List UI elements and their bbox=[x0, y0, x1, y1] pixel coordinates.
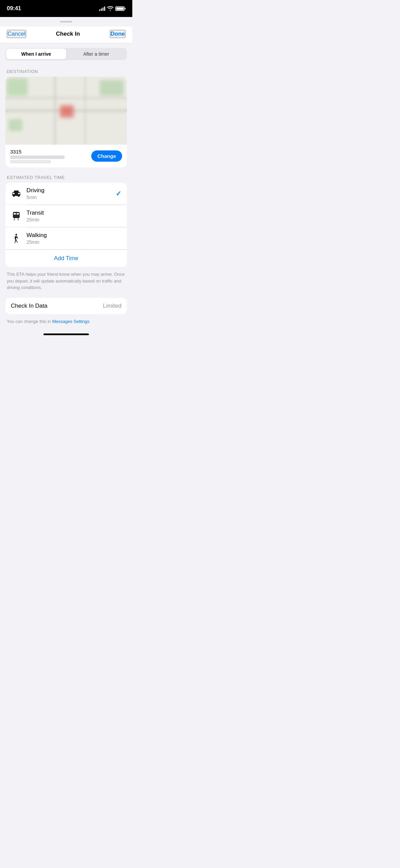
home-bar bbox=[43, 333, 89, 335]
messages-settings-text: You can change this in Messages Settings bbox=[0, 318, 132, 331]
home-indicator bbox=[0, 331, 132, 339]
transit-info: Transit 25min bbox=[26, 210, 121, 222]
address-number: 3315 bbox=[10, 149, 64, 155]
svg-rect-4 bbox=[18, 193, 20, 194]
address-street-blur-2 bbox=[10, 160, 51, 163]
status-bar: 09:41 bbox=[0, 0, 132, 17]
svg-point-2 bbox=[18, 195, 20, 197]
driving-checkmark: ✓ bbox=[116, 189, 121, 198]
driving-icon bbox=[11, 188, 22, 199]
travel-time-label: ESTIMATED TRAVEL TIME bbox=[5, 175, 127, 180]
segment-after-timer[interactable]: After a timer bbox=[66, 49, 126, 59]
messages-settings-link[interactable]: Messages Settings bbox=[52, 319, 90, 324]
change-button[interactable]: Change bbox=[91, 150, 122, 162]
svg-line-15 bbox=[16, 240, 17, 242]
segment-when-arrive[interactable]: When I arrive bbox=[6, 49, 66, 59]
battery-icon bbox=[115, 6, 126, 11]
svg-line-14 bbox=[15, 240, 16, 243]
walking-row[interactable]: Walking 25min bbox=[5, 228, 127, 250]
eta-description: This ETA helps your friend know when you… bbox=[0, 267, 132, 298]
transit-mode-label: Transit bbox=[26, 210, 121, 216]
address-text: 3315 bbox=[10, 149, 64, 163]
nav-bar: Cancel Check In Done bbox=[0, 26, 132, 43]
svg-rect-7 bbox=[17, 213, 19, 215]
transit-row[interactable]: Transit 25min bbox=[5, 205, 127, 227]
travel-card: Driving 5min ✓ Transit bbox=[5, 183, 127, 267]
signal-icon bbox=[99, 6, 105, 11]
walking-mode-label: Walking bbox=[26, 232, 121, 239]
driving-mode-label: Driving bbox=[26, 187, 111, 194]
add-time-row[interactable]: Add Time bbox=[5, 250, 127, 267]
svg-line-11 bbox=[14, 219, 15, 220]
address-street-blur-1 bbox=[10, 156, 64, 159]
walking-duration: 25min bbox=[26, 239, 121, 245]
done-button[interactable]: Done bbox=[110, 30, 126, 38]
add-time-label: Add Time bbox=[54, 255, 78, 262]
walking-icon bbox=[11, 233, 22, 244]
transit-icon bbox=[11, 211, 22, 221]
status-icons bbox=[99, 6, 126, 11]
svg-rect-6 bbox=[14, 213, 16, 215]
svg-point-1 bbox=[13, 195, 15, 197]
driving-row[interactable]: Driving 5min ✓ bbox=[5, 183, 127, 205]
svg-point-9 bbox=[14, 217, 15, 218]
status-time: 09:41 bbox=[7, 5, 21, 12]
check-in-data-row[interactable]: Check In Data Limited bbox=[5, 298, 127, 314]
travel-time-section: ESTIMATED TRAVEL TIME Driving 5min ✓ bbox=[5, 175, 127, 267]
settings-prefix: You can change this in bbox=[7, 319, 52, 324]
page-title: Check In bbox=[56, 31, 80, 37]
sheet-handle-area bbox=[0, 17, 132, 26]
check-in-data-label: Check In Data bbox=[11, 303, 47, 309]
map-background bbox=[5, 77, 127, 145]
driving-info: Driving 5min bbox=[26, 187, 111, 200]
address-bar: 3315 Change bbox=[5, 145, 127, 167]
destination-label: DESTINATION bbox=[5, 69, 127, 74]
sheet-handle bbox=[60, 21, 72, 22]
destination-card: 3315 Change bbox=[5, 77, 127, 167]
driving-duration: 5min bbox=[26, 195, 111, 200]
svg-point-10 bbox=[18, 217, 19, 218]
segmented-container: When I arrive After a timer bbox=[0, 43, 132, 64]
cancel-button[interactable]: Cancel bbox=[7, 30, 26, 38]
map-blur bbox=[5, 77, 127, 145]
map-area[interactable] bbox=[5, 77, 127, 145]
transit-duration: 25min bbox=[26, 217, 121, 222]
segmented-control: When I arrive After a timer bbox=[5, 48, 127, 60]
wifi-icon bbox=[107, 6, 113, 11]
destination-section: DESTINATION 3315 bbox=[5, 69, 127, 167]
svg-point-13 bbox=[16, 234, 17, 236]
svg-rect-3 bbox=[13, 193, 15, 194]
svg-rect-8 bbox=[13, 216, 19, 216]
check-in-data-value: Limited bbox=[103, 303, 121, 309]
walking-info: Walking 25min bbox=[26, 232, 121, 245]
check-in-data-section: Check In Data Limited bbox=[5, 298, 127, 314]
svg-line-12 bbox=[18, 219, 19, 220]
